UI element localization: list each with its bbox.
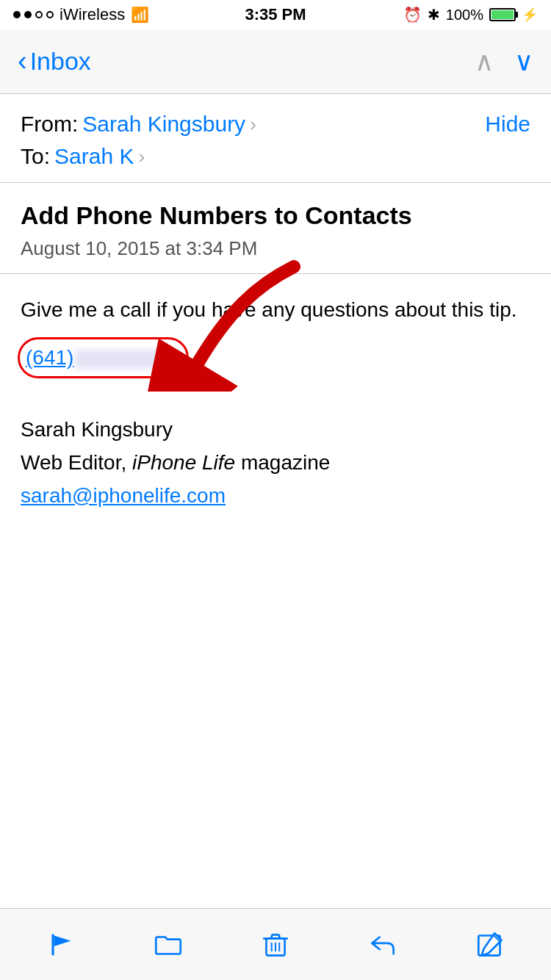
reply-icon <box>366 928 400 962</box>
nav-arrows-container: ∧ ∨ <box>475 46 533 77</box>
next-message-button[interactable]: ∨ <box>514 46 533 77</box>
phone-blurred <box>75 350 178 369</box>
email-subject: Add Phone Numbers to Contacts <box>21 199 530 231</box>
sig-magazine-italic: iPhone Life <box>132 451 235 474</box>
back-label: Inbox <box>30 47 91 76</box>
signal-dot-4 <box>46 11 54 18</box>
to-chevron-icon: › <box>138 145 145 168</box>
chevron-left-icon: ‹ <box>18 47 27 75</box>
sig-title-text: Web Editor, <box>21 451 126 474</box>
from-row: From: Sarah Kingsbury › Hide <box>21 112 530 137</box>
bottom-toolbar <box>0 908 551 980</box>
to-row: To: Sarah K › <box>21 144 530 169</box>
hide-button[interactable]: Hide <box>485 112 530 137</box>
sig-title: Web Editor, iPhone Life magazine <box>21 447 530 480</box>
from-label: From: <box>21 112 78 137</box>
from-name[interactable]: Sarah Kingsbury <box>82 112 245 137</box>
trash-icon <box>259 928 292 962</box>
compose-button[interactable] <box>461 923 519 967</box>
svg-rect-1 <box>51 934 54 955</box>
wifi-icon: 📶 <box>131 6 149 24</box>
phone-line: (641) <box>21 337 530 378</box>
phone-link[interactable]: (641) <box>26 346 73 369</box>
signal-dot-2 <box>24 11 32 18</box>
to-label: To: <box>21 144 50 169</box>
flag-button[interactable] <box>32 923 90 967</box>
email-date: August 10, 2015 at 3:34 PM <box>21 237 530 260</box>
signal-dots <box>13 11 54 18</box>
signal-dot-3 <box>35 11 43 18</box>
trash-button[interactable] <box>246 923 305 967</box>
reply-button[interactable] <box>353 923 412 967</box>
sig-name: Sarah Kingsbury <box>21 414 530 447</box>
status-time: 3:35 PM <box>245 5 306 24</box>
alarm-icon: ⏰ <box>403 6 422 24</box>
email-subject-area: Add Phone Numbers to Contacts August 10,… <box>0 183 551 274</box>
charging-icon: ⚡ <box>522 7 538 23</box>
back-button[interactable]: ‹ Inbox <box>18 47 91 76</box>
status-left: iWireless 📶 <box>13 5 149 24</box>
carrier-label: iWireless <box>60 5 125 24</box>
battery-percent: 100% <box>446 7 483 24</box>
previous-message-button[interactable]: ∧ <box>475 46 494 77</box>
flag-icon <box>44 928 78 962</box>
folder-icon <box>151 928 185 962</box>
phone-circle-highlight: (641) <box>18 337 189 378</box>
status-right: ⏰ ✱ 100% ⚡ <box>403 6 538 24</box>
battery-fill <box>491 10 514 19</box>
signal-dot-1 <box>13 11 21 18</box>
body-text: Give me a call if you have any questions… <box>21 295 530 325</box>
from-chevron-icon: › <box>250 113 256 136</box>
sig-email-link[interactable]: sarah@iphonelife.com <box>21 484 226 507</box>
to-name[interactable]: Sarah K <box>54 144 134 169</box>
folder-button[interactable] <box>139 923 198 967</box>
email-signature: Sarah Kingsbury Web Editor, iPhone Life … <box>0 393 551 512</box>
navigation-bar: ‹ Inbox ∧ ∨ <box>0 29 551 94</box>
compose-icon <box>473 928 507 962</box>
battery-indicator <box>489 8 516 21</box>
email-header: From: Sarah Kingsbury › Hide To: Sarah K… <box>0 94 551 183</box>
bluetooth-icon: ✱ <box>428 6 440 24</box>
from-info: From: Sarah Kingsbury › <box>21 112 256 137</box>
battery-box <box>489 8 516 21</box>
sig-email-line: sarah@iphonelife.com <box>21 480 530 513</box>
email-body-wrapper: Give me a call if you have any questions… <box>0 274 551 378</box>
email-body: Give me a call if you have any questions… <box>0 274 551 378</box>
status-bar: iWireless 📶 3:35 PM ⏰ ✱ 100% ⚡ <box>0 0 551 29</box>
sig-magazine-rest: magazine <box>241 451 330 474</box>
